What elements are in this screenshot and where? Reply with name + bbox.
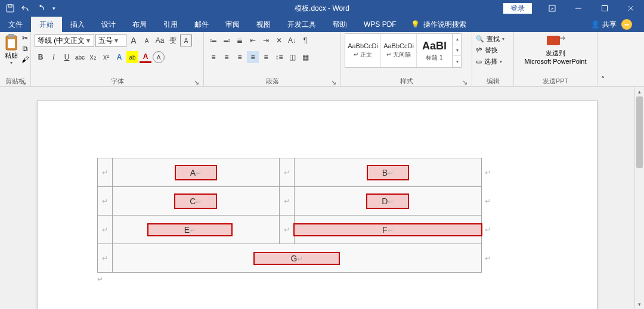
gallery-down-icon[interactable]: ▾	[453, 45, 461, 57]
undo-icon[interactable]	[19, 2, 32, 15]
tab-home[interactable]: 开始	[31, 17, 62, 32]
table-cell[interactable]: ↵	[98, 187, 113, 216]
find-button[interactable]: 🔍查找▾	[476, 33, 504, 44]
shape-box[interactable]: G↵	[253, 252, 340, 265]
tab-insert[interactable]: 插入	[62, 17, 93, 32]
table-cell[interactable]: B↵↵	[294, 158, 481, 187]
send-to-powerpoint-button[interactable]: 发送到 Microsoft PowerPoint	[518, 33, 593, 65]
font-size-combo[interactable]: 五号▾	[95, 34, 126, 47]
phonetic-guide-button[interactable]: 变	[167, 35, 179, 46]
shape-box[interactable]: C↵	[174, 193, 217, 209]
grow-font-button[interactable]: A	[128, 35, 140, 46]
tab-help[interactable]: 帮助	[324, 17, 355, 32]
shape-box[interactable]: E↵	[147, 223, 233, 236]
vertical-scrollbar[interactable]: ▴ ▾	[634, 87, 644, 309]
save-icon[interactable]	[4, 2, 17, 15]
table-cell[interactable]: A↵	[112, 158, 279, 187]
shape-box[interactable]: B↵	[367, 165, 409, 180]
qat-customize-icon[interactable]: ▾	[50, 2, 57, 15]
align-right-button[interactable]: ≡	[234, 51, 246, 63]
close-icon[interactable]	[618, 0, 644, 17]
dialog-launcher-icon[interactable]: ↘	[461, 79, 468, 86]
borders-button[interactable]: ▦	[299, 51, 311, 63]
tab-layout[interactable]: 布局	[124, 17, 155, 32]
table-cell[interactable]: ↵	[279, 216, 294, 244]
scroll-thumb[interactable]	[636, 96, 643, 168]
tab-mailings[interactable]: 邮件	[186, 17, 217, 32]
font-name-combo[interactable]: 等线 (中文正文▾	[35, 34, 94, 47]
face-icon[interactable]: ••	[621, 19, 632, 30]
cut-icon[interactable]: ✂	[20, 33, 30, 43]
table-cell[interactable]: ↵	[98, 158, 113, 187]
align-center-button[interactable]: ≡	[221, 51, 233, 63]
shading-button[interactable]: ◫	[286, 51, 298, 63]
table-cell[interactable]: ↵	[279, 187, 294, 216]
multilevel-button[interactable]: ≣	[234, 35, 246, 46]
superscript-button[interactable]: x²	[100, 51, 112, 63]
align-justify-button[interactable]: ≡	[247, 51, 259, 63]
maximize-icon[interactable]	[592, 0, 618, 17]
subscript-button[interactable]: x₂	[87, 51, 99, 63]
increase-indent-button[interactable]: ⇥	[260, 35, 272, 46]
char-border-button[interactable]: A	[180, 35, 192, 46]
paste-button[interactable]: 粘贴 ▾	[4, 33, 19, 65]
underline-button[interactable]: U	[61, 51, 73, 63]
line-spacing-button[interactable]: ↕≡	[273, 51, 285, 63]
table-cell[interactable]: E↵	[112, 216, 279, 244]
page[interactable]: ↵ A↵ ↵ B↵↵ ↵ C↵ ↵ D↵↵ ↵ E↵ ↵ F↵↵	[37, 100, 597, 309]
table-cell[interactable]: F↵↵	[294, 216, 481, 244]
strikethrough-button[interactable]: abc	[74, 51, 86, 63]
enclose-chars-button[interactable]: A	[153, 51, 165, 63]
style-heading1[interactable]: AaBl标题 1	[417, 34, 453, 67]
gallery-more-icon[interactable]: ▾	[453, 56, 461, 67]
italic-button[interactable]: I	[48, 51, 60, 63]
decrease-indent-button[interactable]: ⇤	[247, 35, 259, 46]
bullets-button[interactable]: ≔	[208, 35, 219, 46]
gallery-up-icon[interactable]: ▴	[453, 34, 461, 45]
table-row[interactable]: ↵ G↵↵	[98, 244, 482, 273]
replace-button[interactable]: ᵃ⁄ᵇ替换	[476, 45, 504, 55]
collapse-ribbon-icon[interactable]: ˄	[597, 32, 608, 86]
scroll-down-icon[interactable]: ▾	[635, 299, 644, 309]
tab-wpspdf[interactable]: WPS PDF	[355, 17, 405, 32]
select-button[interactable]: ▭选择▾	[476, 56, 504, 67]
dialog-launcher-icon[interactable]: ↘	[330, 79, 337, 86]
style-normal[interactable]: AaBbCcDi↵ 正文	[345, 34, 381, 67]
shape-box[interactable]: D↵	[366, 193, 409, 209]
shrink-font-button[interactable]: A	[141, 35, 153, 46]
table-cell[interactable]: ↵	[279, 158, 294, 187]
font-color-button[interactable]: A	[140, 51, 151, 63]
table-row[interactable]: ↵ A↵ ↵ B↵↵	[98, 158, 482, 187]
table-cell[interactable]: ↵	[98, 216, 113, 244]
tab-review[interactable]: 审阅	[217, 17, 248, 32]
align-distribute-button[interactable]: ≡	[260, 51, 272, 63]
shape-box[interactable]: F↵	[293, 223, 482, 236]
tab-design[interactable]: 设计	[93, 17, 124, 32]
tell-me-search[interactable]: 💡 操作说明搜索	[405, 17, 472, 32]
tab-developer[interactable]: 开发工具	[279, 17, 324, 32]
change-case-button[interactable]: Aa	[154, 35, 166, 46]
redo-icon[interactable]	[35, 2, 48, 15]
format-painter-icon[interactable]: 🖌	[20, 55, 30, 64]
document-table[interactable]: ↵ A↵ ↵ B↵↵ ↵ C↵ ↵ D↵↵ ↵ E↵ ↵ F↵↵	[97, 158, 482, 273]
copy-icon[interactable]: ⧉	[20, 44, 30, 54]
minimize-icon[interactable]	[565, 0, 592, 17]
numbering-button[interactable]: ≕	[221, 35, 233, 46]
signin-button[interactable]: 登录	[503, 3, 532, 14]
scroll-up-icon[interactable]: ▴	[635, 87, 644, 96]
highlight-button[interactable]: ab	[126, 51, 138, 63]
bold-button[interactable]: B	[35, 51, 47, 63]
sort-button[interactable]: A↓	[286, 35, 298, 46]
dialog-launcher-icon[interactable]: ↘	[193, 79, 200, 86]
table-cell[interactable]: C↵	[112, 187, 279, 216]
show-marks-button[interactable]: ¶	[299, 35, 311, 46]
table-row[interactable]: ↵ C↵ ↵ D↵↵	[98, 187, 482, 216]
text-effects-button[interactable]: A	[113, 51, 125, 63]
shape-box[interactable]: A↵	[175, 165, 217, 180]
asian-layout-button[interactable]: ✕	[273, 35, 285, 46]
table-cell[interactable]: D↵↵	[294, 187, 481, 216]
style-nospacing[interactable]: AaBbCcDi↵ 无间隔	[381, 34, 417, 67]
tab-view[interactable]: 视图	[248, 17, 279, 32]
table-row[interactable]: ↵ E↵ ↵ F↵↵	[98, 216, 482, 244]
ribbon-display-options-icon[interactable]	[539, 0, 565, 17]
